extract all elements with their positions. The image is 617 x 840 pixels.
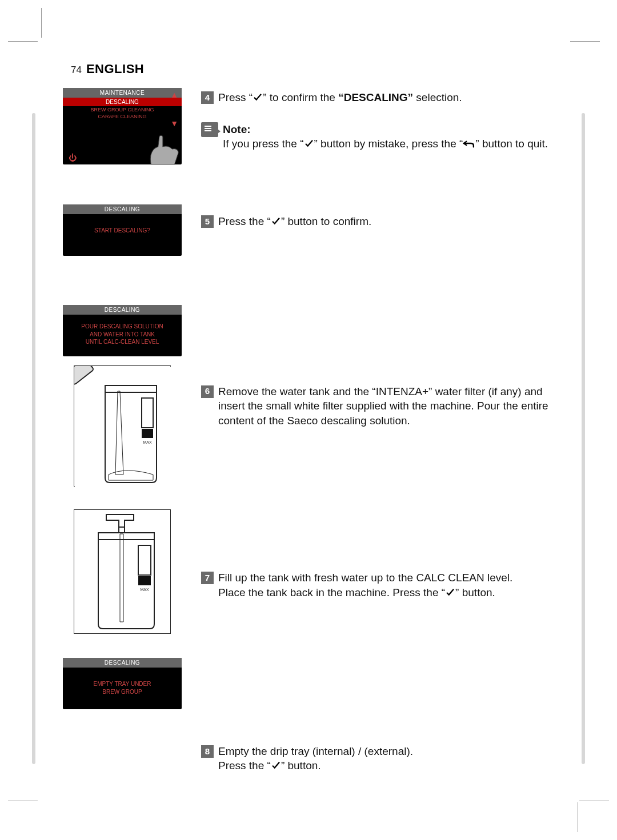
step-text: Fill up the tank with fresh water up to … [218,570,564,600]
chevron-down-icon: ▼ [170,119,178,128]
back-icon [463,138,475,148]
step-text: Empty the drip tray (internal) / (extern… [218,744,564,773]
svg-rect-9 [119,527,125,533]
check-icon [304,138,314,148]
page-edge-left [32,113,35,764]
menu-item: CARAFE CLEANING [63,113,182,120]
page-edge-right [582,113,585,764]
svg-rect-2 [142,429,153,438]
svg-text:MAX: MAX [140,588,149,592]
note-icon [201,122,218,137]
step-text: Press the “” button to confirm. [218,214,564,229]
note-text: If you press the “” button by mistake, p… [223,138,548,150]
svg-rect-6 [138,545,151,575]
step-number: 7 [201,572,214,584]
step-8: 8 Empty the drip tray (internal) / (exte… [201,744,564,773]
note-block: Note: If you press the “” button by mist… [201,122,564,151]
escape-icon: ⏻ [69,153,77,162]
check-icon [271,216,281,226]
check-icon [445,587,455,597]
illustration-pour-solution: MAX [74,365,171,487]
menu-item-selected: DESCALING [63,98,182,106]
step-text: Remove the water tank and the “INTENZA+”… [218,384,564,428]
machine-screen-pour: DESCALING POUR DESCALING SOLUTION AND WA… [63,305,182,356]
illustration-fill-water: MAX [74,509,171,634]
step-7: 7 Fill up the tank with fresh water up t… [201,570,564,600]
step-text: Press “” to confirm the “DESCALING” sele… [218,90,564,105]
step-5: 5 Press the “” button to confirm. [201,214,564,229]
step-number: 6 [201,385,214,398]
svg-rect-1 [142,398,153,428]
machine-screen-confirm: DESCALING START DESCALING? [63,204,182,256]
manual-page: 74 ENGLISH MAINTENANCE DESCALING BREW GR… [47,47,570,793]
language-label: ENGLISH [86,62,144,77]
menu-item: BREW GROUP CLEANING [63,106,182,113]
screen-title: DESCALING [63,305,182,315]
note-label: Note: [223,123,251,135]
svg-text:MAX: MAX [143,440,152,444]
chevron-up-icon: ▲ [170,90,178,99]
step-6: 6 Remove the water tank and the “INTENZA… [201,384,564,428]
screen-title: MAINTENANCE [63,88,182,98]
step-number: 4 [201,91,214,104]
instruction-column: 4 Press “” to confirm the “DESCALING” se… [201,88,570,773]
screen-body: EMPTY TRAY UNDER BREW GROUP [63,668,182,704]
step-number: 5 [201,215,214,228]
screen-body: POUR DESCALING SOLUTION AND WATER INTO T… [63,315,182,354]
illustration-column: MAINTENANCE DESCALING BREW GROUP CLEANIN… [63,88,182,773]
step-number: 8 [201,745,214,758]
check-icon [253,92,263,102]
step-4: 4 Press “” to confirm the “DESCALING” se… [201,90,564,105]
screen-title: DESCALING [63,204,182,214]
pointing-hand-icon [145,130,183,168]
screen-body: START DESCALING? [63,214,182,247]
page-header: 74 ENGLISH [71,62,570,77]
page-number: 74 [71,65,82,76]
check-icon [271,760,281,770]
svg-rect-7 [138,576,151,585]
machine-screen-menu: MAINTENANCE DESCALING BREW GROUP CLEANIN… [63,88,182,164]
machine-screen-empty-tray: DESCALING EMPTY TRAY UNDER BREW GROUP [63,658,182,709]
screen-title: DESCALING [63,658,182,668]
